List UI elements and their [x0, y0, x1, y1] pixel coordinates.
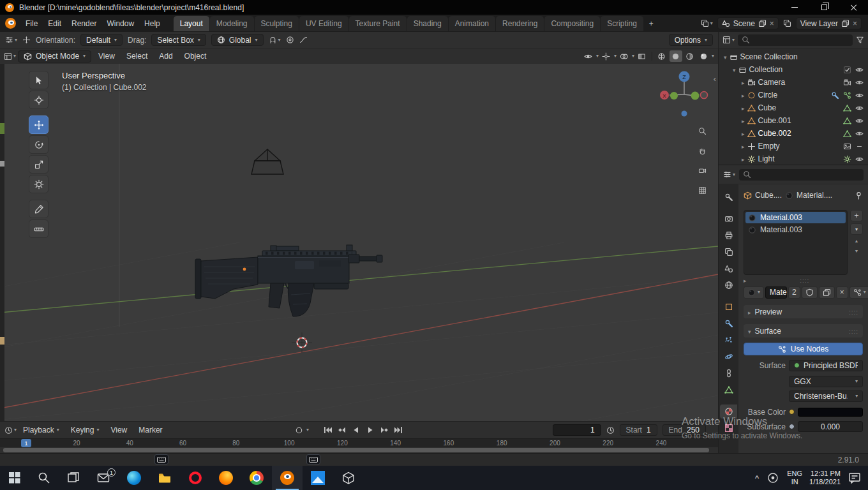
viewport-3d[interactable]: User Perspective (1) Collection | Cube.0…	[0, 64, 718, 421]
properties-tab-object-data[interactable]	[720, 383, 737, 397]
shading-wireframe-button[interactable]	[655, 50, 668, 62]
language-indicator[interactable]: ENGIN	[787, 470, 802, 486]
unlink-material-button[interactable]	[836, 286, 848, 299]
properties-tab-material[interactable]	[720, 405, 737, 419]
options-dropdown[interactable]: Options	[669, 34, 713, 46]
falloff-dropdown[interactable]	[299, 36, 308, 44]
chevron-down-icon[interactable]	[712, 54, 714, 59]
viewport-menu-add[interactable]: Add	[154, 50, 177, 63]
taskbar-app-chrome[interactable]	[241, 466, 272, 490]
transport-play-button[interactable]	[364, 424, 377, 436]
blender-menu-icon[interactable]	[5, 18, 16, 29]
panel-resize-grip[interactable]	[744, 277, 863, 283]
mesh-data-icon[interactable]	[843, 117, 851, 125]
timeline-ruler[interactable]: 204060801001201401601802002202401	[0, 438, 718, 447]
material-users-button[interactable]: 2	[788, 286, 800, 299]
properties-tab-tool[interactable]	[720, 190, 737, 204]
distribution-dropdown[interactable]: GGX	[789, 376, 863, 387]
view-layer-selector[interactable]: View Layer	[796, 17, 862, 29]
mesh-data-icon[interactable]	[843, 104, 851, 112]
disclosure-closed-icon[interactable]	[742, 103, 745, 112]
disclosure-closed-icon[interactable]	[742, 116, 745, 125]
properties-tab-scene[interactable]	[720, 262, 737, 276]
outliner-row-light[interactable]: Light	[719, 152, 868, 165]
disclosure-closed-icon[interactable]	[742, 142, 745, 151]
disclosure-closed-icon[interactable]	[744, 276, 747, 285]
transport-next-keyframe-button[interactable]	[378, 424, 391, 436]
taskbar-app-photos[interactable]	[303, 466, 333, 490]
gizmo-axis-y[interactable]	[670, 92, 678, 100]
scrollbar-thumb[interactable]	[3, 448, 709, 452]
workspace-tab-uv-editing[interactable]: UV Editing	[299, 16, 348, 31]
timeline-menu-keying[interactable]: Keying	[66, 424, 105, 436]
material-name-field[interactable]: Mate	[765, 286, 787, 299]
shading-material-preview-button[interactable]	[684, 50, 696, 62]
node-tree-button[interactable]	[849, 286, 868, 299]
close-button[interactable]	[839, 0, 868, 15]
shading-rendered-button[interactable]	[698, 50, 710, 62]
properties-editor-type-dropdown[interactable]	[723, 170, 735, 179]
timeline-editor-type-dropdown[interactable]	[4, 426, 17, 434]
subsurface-value-field[interactable]: 0.000	[798, 421, 863, 432]
use-nodes-button[interactable]: Use Nodes	[744, 343, 863, 355]
panel-grip[interactable]	[849, 308, 858, 316]
orientation-dropdown[interactable]: Default	[80, 34, 123, 46]
use-preview-range-icon[interactable]	[606, 426, 615, 434]
snap-toggle[interactable]	[269, 36, 281, 44]
viewport-menu-select[interactable]: Select	[121, 50, 153, 63]
menu-window[interactable]: Window	[101, 17, 139, 30]
tool-annotate-button[interactable]	[29, 200, 49, 218]
navigation-gizmo[interactable]: Z X	[656, 69, 712, 120]
viewport-menu-view[interactable]: View	[93, 50, 120, 63]
nodetree-icon[interactable]	[843, 91, 851, 100]
disclosure-closed-icon[interactable]	[742, 91, 745, 100]
new-view-layer-icon[interactable]	[841, 19, 849, 27]
workspace-tab-modeling[interactable]: Modeling	[210, 16, 254, 31]
properties-tab-constraints[interactable]	[720, 366, 737, 380]
transport-jump-end-button[interactable]	[392, 424, 405, 436]
taskbar-search-button[interactable]	[29, 466, 59, 490]
toggle-xray-button[interactable]	[636, 50, 648, 62]
action-center-icon[interactable]	[848, 471, 862, 485]
chevron-down-icon[interactable]	[596, 54, 599, 59]
subsurface-method-dropdown[interactable]: Christensen-Bu...	[789, 390, 863, 402]
workspace-tab-shading[interactable]: Shading	[407, 16, 448, 31]
workspace-tab-scripting[interactable]: Scripting	[601, 16, 643, 31]
eye-icon[interactable]	[855, 66, 864, 74]
image-data-icon[interactable]	[843, 142, 851, 151]
outliner-row-cube-001[interactable]: Cube.001	[719, 114, 868, 127]
menu-file[interactable]: File	[20, 17, 43, 30]
material-slot[interactable]: Material.003	[745, 224, 846, 235]
start-frame-field[interactable]: Start1	[620, 424, 657, 436]
transform-space-dropdown[interactable]: Global	[211, 34, 264, 46]
hidden-icons-chevron[interactable]: ^	[755, 473, 759, 483]
toggle-overlays-button[interactable]	[618, 50, 631, 62]
properties-tab-texture[interactable]	[720, 421, 737, 435]
workspace-tab-sculpting[interactable]: Sculpting	[255, 16, 299, 31]
taskbar-app-3d-viewer[interactable]	[333, 466, 364, 490]
camera-view-icon[interactable]	[695, 163, 709, 177]
zoom-icon[interactable]	[695, 124, 709, 138]
taskbar-app-blender[interactable]	[272, 466, 303, 490]
outliner-row-circle[interactable]: Circle	[719, 89, 868, 101]
outliner-row-scene-collection[interactable]: Scene Collection	[719, 50, 868, 63]
taskbar-app-edge[interactable]	[119, 466, 149, 490]
menu-edit[interactable]: Edit	[43, 17, 66, 30]
outliner-row-cube-002[interactable]: Cube.002	[719, 127, 868, 140]
auto-key-record-button[interactable]	[292, 424, 305, 436]
properties-search-input[interactable]	[739, 169, 864, 181]
add-workspace-button[interactable]: +	[644, 16, 659, 31]
base-color-swatch[interactable]	[798, 408, 863, 417]
light-data-icon[interactable]	[843, 155, 851, 163]
tool-rotate-button[interactable]	[29, 135, 49, 154]
taskbar-app-opera[interactable]	[180, 466, 211, 490]
dash-icon[interactable]	[855, 142, 864, 151]
new-scene-icon[interactable]	[758, 19, 767, 27]
timeline-scrollbar[interactable]	[0, 447, 718, 453]
eye-icon[interactable]	[855, 117, 864, 125]
transform-gizmo-icon[interactable]	[22, 36, 31, 44]
camera-data-icon[interactable]	[843, 78, 851, 87]
chevron-down-icon[interactable]	[632, 54, 634, 59]
mode-dropdown[interactable]: Object Mode	[18, 50, 91, 63]
workspace-tab-texture-paint[interactable]: Texture Paint	[349, 16, 407, 31]
